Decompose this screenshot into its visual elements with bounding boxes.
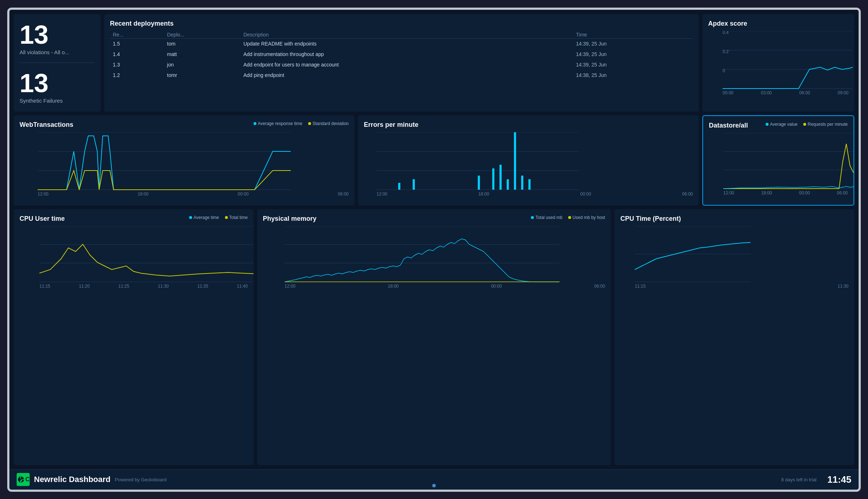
errors-chart-container: 1.5 1 0.5 0 12:00 18:00 00:00 06:00 — [364, 132, 693, 197]
errors-x-labels: 12:00 18:00 00:00 06:00 — [376, 192, 693, 197]
svg-rect-22 — [492, 168, 494, 190]
errors-chart: 1.5 1 0.5 0 — [376, 132, 579, 190]
datastore-chart-container: 100K 50K 0 12:00 18:00 00:00 06:00 — [709, 133, 848, 195]
violations-block-2: 13 Synthetic Failures — [20, 70, 95, 104]
svg-text:0.4: 0.4 — [723, 31, 729, 35]
deploy-col-deplo: Deplo... — [164, 31, 241, 39]
deployments-table: Re... Deplo... Description Time 1.5tomUp… — [110, 31, 693, 81]
newrelic-logo: C — [17, 473, 30, 486]
cpu-user-chart: 2m 30s 1m 40s 50s 0ms 0ms — [39, 226, 254, 282]
deploy-col-re: Re... — [110, 31, 164, 39]
datastore-title: Datastore/all — [709, 122, 748, 129]
web-trans-title: WebTransactions — [20, 121, 73, 129]
datastore-chart: 100K 50K 0 — [723, 133, 854, 189]
svg-rect-26 — [521, 176, 523, 190]
web-transactions-card: WebTransactions Average response time St… — [14, 115, 354, 206]
physical-mem-legend: Total used mb Used mb by host — [531, 215, 605, 220]
datastore-legend: Average value Requests per minute — [766, 122, 848, 127]
deploy-col-desc: Description — [241, 31, 573, 39]
footer-time: 11:45 — [827, 474, 852, 485]
table-row: 1.5tomUpdate README with endpoints14:39,… — [110, 38, 693, 49]
violations-count-2: 13 — [20, 70, 95, 96]
cpu-percent-title: CPU Time (Percent) — [620, 215, 848, 223]
cpu-user-x-labels: 11:15 11:20 11:25 11:30 11:35 11:40 — [39, 284, 248, 289]
cpu-user-title: CPU User time — [20, 215, 65, 223]
svg-rect-27 — [528, 179, 531, 190]
cpu-percent-chart-container: 100% 50% 0% 11:15 11:30 — [620, 226, 848, 289]
svg-rect-20 — [413, 179, 415, 190]
cpu-percent-chart: 100% 50% 0% — [635, 226, 750, 282]
cpu-percent-x-labels: 11:15 11:30 — [635, 284, 848, 289]
footer-powered: Powered by Geckoboard — [115, 477, 167, 482]
physical-mem-x-labels: 12:00 18:00 00:00 06:00 — [285, 284, 605, 289]
svg-rect-25 — [514, 132, 516, 190]
web-trans-chart: 3s 0ms 2s 0ms 1s 0ms 0ms — [38, 132, 291, 190]
datastore-x-labels: 12:00 18:00 00:00 06:00 — [723, 190, 848, 195]
web-trans-chart-container: 3s 0ms 2s 0ms 1s 0ms 0ms 12:00 18:00 00:… — [20, 132, 349, 197]
apdex-chart: 0.4 0.2 0 — [723, 31, 853, 89]
apdex-title: Apdex score — [708, 20, 848, 27]
web-trans-x-labels: 12:00 18:00 00:00 06:00 — [38, 192, 349, 197]
apdex-card: Apdex score 0.4 0.2 0 00:00 — [702, 14, 854, 112]
violations-block-1: 13 All violations - All o... — [20, 22, 95, 55]
svg-rect-23 — [499, 165, 502, 190]
footer-title: Newrelic Dashboard — [34, 475, 111, 484]
svg-text:0.2: 0.2 — [723, 49, 729, 54]
deployments-card: Recent deployments Re... Deplo... Descri… — [104, 14, 699, 112]
errors-title: Errors per minute — [364, 121, 693, 129]
physical-mem-chart-container: 300K MB 200K MB 100K MB 0MB 12:00 18:00 … — [263, 226, 605, 289]
svg-text:0: 0 — [723, 68, 725, 73]
physical-mem-title: Physical memory — [263, 215, 316, 223]
table-row: 1.2tomrAdd ping endpoint14:38, 25 Jun — [110, 70, 693, 80]
physical-memory-card: Physical memory Total used mb Used mb by… — [257, 209, 611, 465]
physical-mem-chart: 300K MB 200K MB 100K MB 0MB — [285, 226, 559, 282]
svg-rect-24 — [507, 179, 509, 190]
datastore-card: Datastore/all Average value Requests per… — [702, 115, 854, 206]
cpu-percent-card: CPU Time (Percent) 100% 50% 0% 11:15 — [614, 209, 854, 465]
svg-rect-21 — [478, 176, 480, 190]
footer-left: C Newrelic Dashboard Powered by Geckoboa… — [17, 473, 167, 486]
deploy-col-time: Time — [573, 31, 693, 39]
deployments-title: Recent deployments — [110, 20, 693, 27]
cpu-user-chart-container: 2m 30s 1m 40s 50s 0ms 0ms 11:15 11:20 11… — [20, 226, 248, 289]
footer-trial: 8 days left in trial — [781, 477, 817, 482]
violations-count-1: 13 — [20, 22, 95, 48]
cpu-user-legend: Average time Total time — [189, 215, 248, 220]
violations-label-2: Synthetic Failures — [20, 98, 95, 104]
table-row: 1.4mattAdd instrumentation throughout ap… — [110, 49, 693, 59]
apdex-x-labels: 00:00 03:00 06:00 09:00 — [723, 90, 848, 95]
errors-per-minute-card: Errors per minute — [358, 115, 699, 206]
footer-right: 8 days left in trial 11:45 — [781, 474, 851, 485]
svg-rect-19 — [398, 183, 400, 190]
apdex-chart-container: 0.4 0.2 0 00:00 03:00 06:00 09:00 — [708, 31, 848, 95]
newrelic-logo-icon — [17, 475, 25, 484]
bottom-indicator — [432, 484, 436, 487]
table-row: 1.3jonAdd endpoint for users to manage a… — [110, 59, 693, 70]
web-trans-legend: Average response time Standard deviation — [254, 121, 349, 126]
cpu-user-card: CPU User time Average time Total time — [14, 209, 254, 465]
violations-label-1: All violations - All o... — [20, 49, 95, 55]
violations-card: 13 All violations - All o... 13 Syntheti… — [14, 14, 101, 112]
